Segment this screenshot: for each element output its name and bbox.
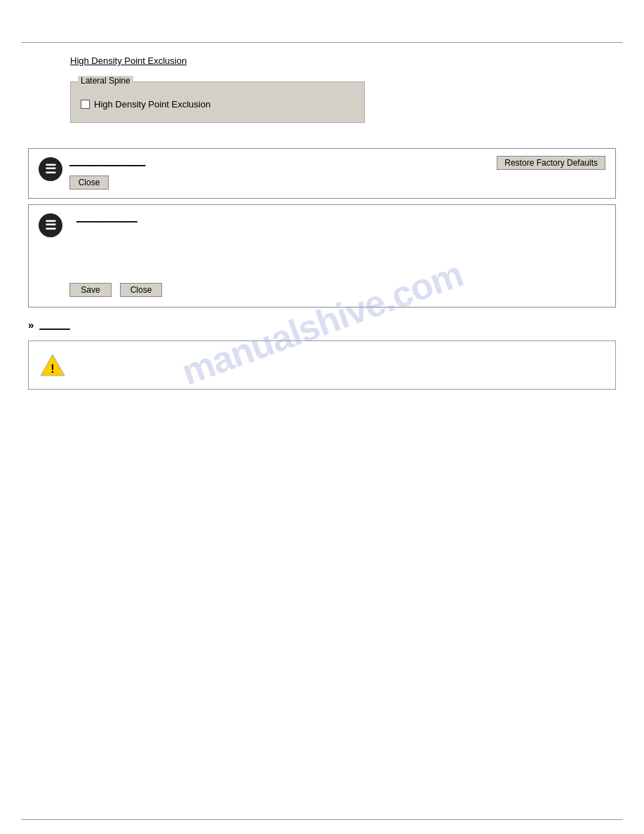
dialog2-top: ☰ ____________ bbox=[39, 212, 605, 272]
lateral-spine-legend: Lateral Spine bbox=[78, 76, 133, 86]
page-container: High Density Point Exclusion Lateral Spi… bbox=[0, 42, 644, 834]
dialog-box-2: ☰ ____________ Save Close bbox=[28, 204, 616, 307]
dialog1-bottom-row: Close bbox=[69, 176, 605, 190]
warning-icon: ! bbox=[40, 352, 65, 378]
dialog2-content: ____________ bbox=[76, 212, 605, 272]
dialog1-icon: ☰ bbox=[39, 157, 62, 181]
lateral-spine-groupbox: Lateral Spine High Density Point Exclusi… bbox=[70, 81, 365, 123]
dialog1-top-link[interactable]: _______________ bbox=[69, 156, 145, 166]
dialog2-close-button[interactable]: Close bbox=[120, 283, 162, 297]
arrow-row: » ______ bbox=[28, 319, 616, 331]
dialog-box-1: ☰ _______________ Restore Factory Defaul… bbox=[28, 148, 616, 199]
top-rule bbox=[21, 42, 623, 43]
high-density-checkbox-row[interactable]: High Density Point Exclusion bbox=[81, 99, 354, 110]
dialog2-icon: ☰ bbox=[39, 213, 62, 237]
arrow-symbol: » bbox=[28, 319, 34, 331]
dialog1-icon-symbol: ☰ bbox=[45, 163, 56, 176]
dialog1-close-button[interactable]: Close bbox=[69, 176, 109, 190]
dialog2-save-button[interactable]: Save bbox=[69, 283, 112, 297]
dialog1-top-row: _______________ Restore Factory Defaults bbox=[69, 156, 605, 170]
bottom-rule bbox=[21, 819, 623, 820]
dialog2-top-link[interactable]: ____________ bbox=[76, 212, 137, 223]
warning-box: ! bbox=[28, 340, 616, 390]
high-density-checkbox[interactable] bbox=[81, 100, 90, 109]
top-link-area: High Density Point Exclusion bbox=[70, 55, 644, 66]
warning-triangle-svg: ! bbox=[40, 352, 65, 378]
dialog2-body bbox=[76, 230, 605, 272]
dialog1-content: _______________ Restore Factory Defaults… bbox=[69, 156, 605, 190]
arrow-link[interactable]: ______ bbox=[39, 319, 69, 330]
top-link[interactable]: High Density Point Exclusion bbox=[70, 55, 187, 66]
high-density-label: High Density Point Exclusion bbox=[94, 99, 210, 110]
dialog2-buttons: Save Close bbox=[69, 283, 605, 297]
svg-text:!: ! bbox=[51, 363, 54, 375]
restore-factory-defaults-button[interactable]: Restore Factory Defaults bbox=[497, 156, 605, 170]
dialog2-icon-symbol: ☰ bbox=[45, 219, 56, 232]
